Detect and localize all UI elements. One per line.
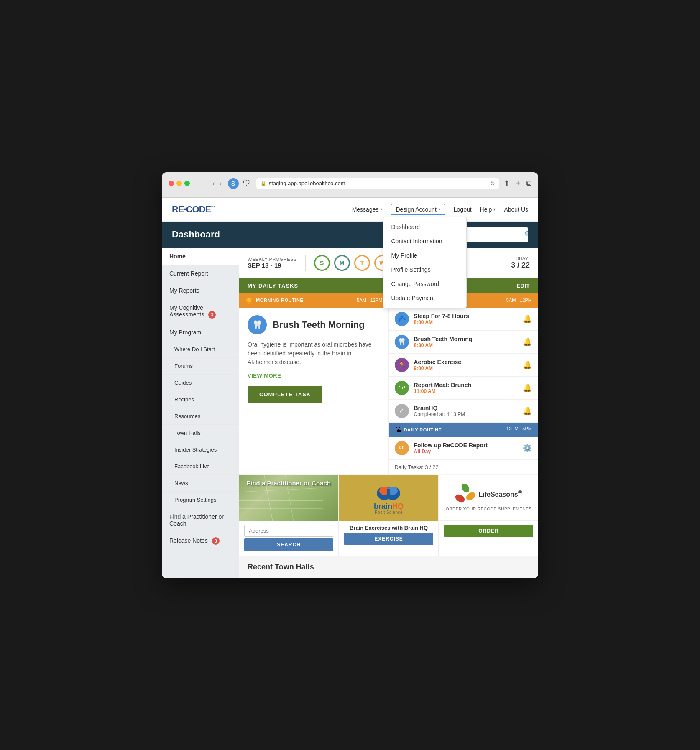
messages-chevron: ▾ [380,207,382,212]
sidebar-item-guides[interactable]: Guides [162,375,239,391]
dropdown-dashboard[interactable]: Dashboard [383,220,466,234]
tab-icon-s: S [228,178,239,189]
sidebar-item-practitioner[interactable]: Find a Practitioner or Coach [162,508,239,532]
about-us-nav[interactable]: About Us [504,206,528,213]
recent-town-halls-section: Recent Town Halls [239,556,538,578]
practitioner-search-button[interactable]: SEARCH [244,538,333,551]
task-list-info: Sleep For 7-8 Hours 8:00 AM [414,313,518,325]
sidebar-item-forums[interactable]: Forums [162,358,239,375]
address-input[interactable] [244,525,333,537]
task-status-icon: 🔔 [523,337,532,347]
forward-button[interactable]: › [218,180,223,187]
header-nav: Messages ▾ Design Account ▾ Dashboard Co… [352,204,528,215]
sidebar-item-facebook-live[interactable]: Facebook Live [162,458,239,475]
lifeseasons-svg [455,484,476,505]
sidebar-item-news[interactable]: News [162,475,239,492]
share-button[interactable]: ⬆ [503,179,510,188]
sidebar-item-resources[interactable]: Resources [162,408,239,425]
dropdown-contact-info[interactable]: Contact Information [383,234,466,248]
map-area: Find a Practitioner or Coach [239,475,338,521]
back-button[interactable]: ‹ [211,180,216,187]
search-button[interactable]: 🔍 [519,227,528,242]
daily-routine-label: DAILY ROUTINE [404,427,442,432]
task-list-name: Follow up ReCODE Report [414,442,518,449]
cognitive-badge: 3 [208,311,216,319]
close-button[interactable] [169,181,174,186]
task-list-item: RE Follow up ReCODE Report All Day ⚙️ [389,437,538,460]
task-list-info: Aerobic Exercise 9:00 AM [414,359,518,371]
task-icon: 🦷 [248,315,267,334]
exercise-button[interactable]: EXERCISE [344,533,433,545]
task-list-time: 8:00 AM [414,319,518,325]
svg-point-12 [455,493,466,504]
brainhq-subtitle: Posit Science [375,510,403,515]
app: RE·CODE™ Messages ▾ Design Account ▾ Das… [162,198,538,578]
sidebar-item-where-start[interactable]: Where Do I Start [162,341,239,358]
brain-svg [374,482,403,503]
svg-point-10 [460,484,471,494]
dropdown-profile-settings[interactable]: Profile Settings [383,263,466,277]
tabs-button[interactable]: ⧉ [526,179,531,188]
brainhq-logo-area: brainHQ Posit Science [339,475,438,521]
task-list-item: 🦷 Brush Teeth Morning 8:30 AM 🔔 [389,331,538,354]
weekly-label: WEEKLY PROGRESS [248,257,297,262]
task-list-item: 🏃 Aerobic Exercise 9:00 AM 🔔 [389,354,538,377]
design-account-chevron: ▾ [438,207,440,212]
new-tab-button[interactable]: + [516,179,520,188]
view-more-link[interactable]: VIEW MORE [248,372,380,379]
task-panels: ☀️ MORNING ROUTINE 5AM - 12PM 🦷 Brush Te… [239,293,538,474]
help-nav[interactable]: Help ▾ [480,206,496,213]
sidebar-item-my-program[interactable]: My Program [162,324,239,341]
sidebar-item-my-reports[interactable]: My Reports [162,282,239,299]
dropdown-update-payment[interactable]: Update Payment [383,291,466,305]
sidebar-item-cognitive[interactable]: My Cognitive Assessments 3 [162,299,239,324]
order-button[interactable]: ORDER [444,525,533,537]
meal-icon: 🍽 [395,381,409,395]
life-text-area: LifeSeasons® [478,489,522,498]
shield-icon: 🛡 [243,179,252,188]
sidebar-item-recipes[interactable]: Recipes [162,391,239,408]
url-text: staging.app.apollohealthco.com [269,180,345,186]
left-routine-label: MORNING ROUTINE [256,298,303,303]
right-time-range: 5AM - 12PM [506,298,532,303]
task-list-time-allday: All Day [414,449,518,454]
svg-rect-9 [387,489,390,497]
reload-button[interactable]: ↻ [490,180,495,187]
sidebar-toggle-button[interactable] [197,180,207,187]
lifeseasons-subtitle: ORDER YOUR RECODE SUPPLEMENTS [446,506,531,512]
dashboard-title: Dashboard [172,229,220,240]
sidebar-item-insider-strategies[interactable]: Insider Strategies [162,441,239,458]
address-bar[interactable]: 🔒 staging.app.apollohealthco.com ↻ [256,178,500,189]
messages-nav[interactable]: Messages ▾ [352,206,383,213]
dropdown-change-password[interactable]: Change Password [383,277,466,291]
sidebar-item-current-report[interactable]: Current Report [162,265,239,282]
sidebar-item-home[interactable]: Home [162,248,239,265]
life-logo: LifeSeasons® ORDER YOUR RECODE SUPPLEMEN… [446,484,531,512]
progress-circle-m: M [334,255,350,271]
brainhq-icon: ✓ [395,404,409,418]
task-list-name: Aerobic Exercise [414,359,518,365]
task-description: Oral hygiene is important as oral microb… [248,340,380,367]
sidebar-item-program-settings[interactable]: Program Settings [162,492,239,508]
right-task-panel: ☀️ MORNING ROUTINE 5AM - 12PM 💤 Sleep Fo… [389,293,539,474]
fullscreen-button[interactable] [184,181,190,186]
progress-circle-s1: S [314,255,330,271]
design-account-nav[interactable]: Design Account ▾ Dashboard Contact Infor… [391,204,445,215]
browser-chrome: ‹ › S 🛡 🔒 staging.app.apollohealthco.com… [162,172,538,198]
progress-divider [305,255,306,271]
dropdown-my-profile[interactable]: My Profile [383,248,466,263]
left-panel-header: ☀️ MORNING ROUTINE 5AM - 12PM [239,293,388,308]
lifeseasons-card: LifeSeasons® ORDER YOUR RECODE SUPPLEMEN… [439,475,538,556]
sidebar-item-town-halls[interactable]: Town Halls [162,425,239,441]
complete-task-button[interactable]: COMPLETE TASK [248,386,322,403]
edit-button[interactable]: EDIT [516,283,530,289]
daily-time-range: 12PM - 5PM [506,426,532,434]
task-status-icon: 🔔 [523,406,532,416]
daily-routine-header: 🌤 DAILY ROUTINE 12PM - 5PM [389,423,538,437]
minimize-button[interactable] [176,181,182,186]
logout-nav[interactable]: Logout [454,206,472,213]
promo-cards: Find a Practitioner or Coach SEARCH [239,475,538,556]
today-box: TODAY 3 / 22 [511,256,530,270]
task-list-info: Brush Teeth Morning 8:30 AM [414,336,518,348]
sidebar-item-release-notes[interactable]: Release Notes 3 [162,532,239,550]
